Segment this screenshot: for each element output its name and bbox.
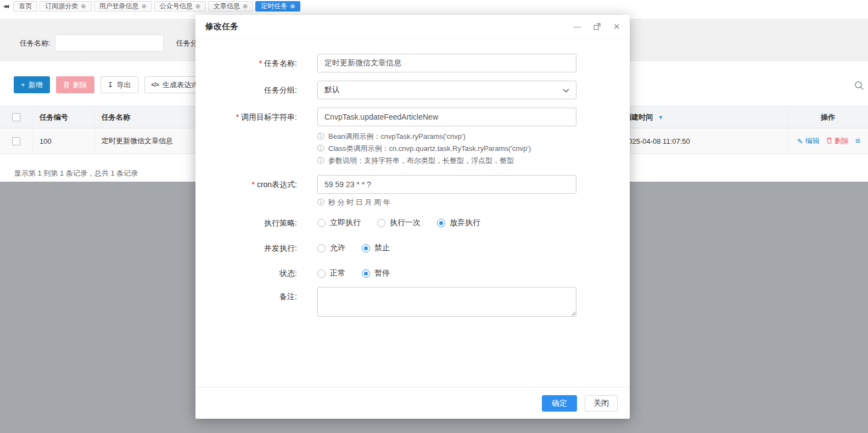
tab-bar: ◀◀ 首页 订阅源分类 ⊗ 用户登录信息 ⊗ 公众号信息 ⊗ 文章信息 ⊗ 定时… <box>0 0 868 12</box>
task-name-input[interactable] <box>55 35 164 52</box>
task-name-field-label: *任务名称: <box>195 54 317 72</box>
tab-label: 用户登录信息 <box>99 2 139 11</box>
dialog-body: *任务名称: 任务分组: 默认 *调用目标字符串: <box>195 38 630 387</box>
hint-param-description: ⓘ 参数说明：支持字符串，布尔类型，长整型，浮点型，整型 <box>317 155 576 167</box>
tab-close-icon[interactable]: ⊗ <box>142 3 147 9</box>
col-create-time[interactable]: 创建时间 ▼ <box>618 106 788 128</box>
tab-feed-category[interactable]: 订阅源分类 ⊗ <box>40 1 91 12</box>
code-icon: </> <box>152 82 159 88</box>
remark-textarea[interactable] <box>317 287 576 317</box>
task-group-field-label: 任务分组: <box>195 81 317 99</box>
row-checkbox[interactable] <box>12 137 20 145</box>
tab-close-icon[interactable]: ⊗ <box>290 3 295 9</box>
radio-normal[interactable]: 正常 <box>317 268 345 278</box>
tab-close-icon[interactable]: ⊗ <box>195 3 200 9</box>
download-icon: ↧ <box>108 81 114 88</box>
cron-hint: ⓘ 秒 分 时 日 月 周 年 <box>317 197 576 208</box>
dialog-footer: 确定 关闭 <box>195 387 630 419</box>
tab-official-account-info[interactable]: 公众号信息 ⊗ <box>154 1 206 12</box>
task-name-label: 任务名称: <box>20 38 51 48</box>
col-task-id: 任务编号 <box>33 106 95 128</box>
concurrent-group: 允许 禁止 <box>317 241 576 255</box>
radio-circle-icon <box>317 269 326 278</box>
confirm-button[interactable]: 确定 <box>542 395 577 412</box>
tab-scheduled-tasks[interactable]: 定时任务 ⊗ <box>255 1 300 12</box>
status-group: 正常 暂停 <box>317 267 576 280</box>
dialog-title: 修改任务 <box>205 21 238 32</box>
tab-label: 首页 <box>19 2 32 11</box>
trash-icon <box>826 137 832 145</box>
export-button[interactable]: ↧ 导出 <box>100 76 138 93</box>
cron-field-label: *cron表达式: <box>195 175 317 208</box>
info-icon: ⓘ <box>317 197 324 208</box>
search-icon <box>854 81 864 91</box>
tabs-scroll-left-icon[interactable]: ◀◀ <box>3 4 8 9</box>
task-name-field[interactable] <box>317 54 576 72</box>
invoke-target-field-label: *调用目标字符串: <box>195 108 317 167</box>
radio-execute-immediately[interactable]: 立即执行 <box>317 218 361 228</box>
cell-create-time: 2025-04-08 11:07:50 <box>618 128 788 154</box>
tab-list: 首页 订阅源分类 ⊗ 用户登录信息 ⊗ 公众号信息 ⊗ 文章信息 ⊗ 定时任务 … <box>13 1 300 12</box>
add-button[interactable]: + 新增 <box>14 76 50 93</box>
radio-circle-icon <box>377 219 385 227</box>
tab-label: 公众号信息 <box>160 2 193 11</box>
hint-class-example: ⓘ Class类调用示例：cn.cnvp.quartz.task.RyTask.… <box>317 143 576 155</box>
cell-task-id: 100 <box>33 128 95 154</box>
misfire-policy-group: 立即执行 执行一次 放弃执行 <box>317 216 576 229</box>
tab-label: 文章信息 <box>214 2 240 11</box>
table-summary: 显示第 1 到第 1 条记录，总共 1 条记录 <box>14 168 138 178</box>
tab-article-info[interactable]: 文章信息 ⊗ <box>208 1 253 12</box>
more-actions-icon[interactable]: ≡ <box>855 137 860 145</box>
status-label: 状态: <box>195 267 317 280</box>
required-asterisk: * <box>251 180 254 189</box>
cell-actions: ✎ 编辑 删除 ≡ <box>788 128 868 154</box>
radio-forbid[interactable]: 禁止 <box>362 243 390 253</box>
delete-link[interactable]: 删除 <box>826 136 849 146</box>
task-group-select[interactable]: 默认 <box>317 81 576 99</box>
table-toolbar: + 新增 删除 ↧ 导出 </> 生成表达式 <box>14 76 205 93</box>
delete-button[interactable]: 删除 <box>56 76 94 93</box>
info-icon: ⓘ <box>317 143 324 155</box>
radio-circle-icon <box>437 219 445 227</box>
task-group-selected-value: 默认 <box>324 85 340 95</box>
minimize-icon[interactable]: — <box>573 23 581 30</box>
sort-desc-icon[interactable]: ▼ <box>658 115 663 120</box>
radio-abandon-execution[interactable]: 放弃执行 <box>437 218 480 228</box>
radio-circle-icon <box>362 244 370 252</box>
dialog-header: 修改任务 — × <box>195 15 630 38</box>
close-button[interactable]: 关闭 <box>585 395 618 412</box>
search-button[interactable] <box>854 81 864 91</box>
radio-allow[interactable]: 允许 <box>317 243 345 253</box>
radio-paused[interactable]: 暂停 <box>362 268 390 278</box>
close-icon[interactable]: × <box>613 21 620 32</box>
select-all-checkbox[interactable] <box>12 113 20 121</box>
tab-close-icon[interactable]: ⊗ <box>243 3 248 9</box>
edit-task-dialog: 修改任务 — × *任务名称: 任务分组: <box>195 15 630 419</box>
tab-label: 定时任务 <box>261 2 287 11</box>
tab-label: 订阅源分类 <box>45 2 78 11</box>
col-actions: 操作 <box>788 106 868 128</box>
radio-circle-icon <box>317 244 326 252</box>
info-icon: ⓘ <box>317 131 324 143</box>
maximize-icon[interactable] <box>593 23 601 30</box>
radio-execute-once[interactable]: 执行一次 <box>377 218 421 228</box>
tab-home[interactable]: 首页 <box>13 1 37 12</box>
cron-expression-field[interactable] <box>317 175 576 194</box>
radio-circle-icon <box>362 269 370 278</box>
invoke-target-hints: ⓘ Bean调用示例：cnvpTask.ryParams('cnvp') ⓘ C… <box>317 131 576 167</box>
chevron-down-icon <box>563 86 569 94</box>
edit-link[interactable]: ✎ 编辑 <box>797 136 820 146</box>
plus-icon: + <box>21 81 25 88</box>
hint-bean-example: ⓘ Bean调用示例：cnvpTask.ryParams('cnvp') <box>317 131 576 143</box>
radio-circle-icon <box>317 219 326 227</box>
invoke-target-field[interactable] <box>317 108 576 126</box>
edit-icon: ✎ <box>797 137 803 145</box>
trash-icon <box>63 81 70 88</box>
required-asterisk: * <box>259 59 262 68</box>
required-asterisk: * <box>236 113 239 121</box>
info-icon: ⓘ <box>317 155 324 167</box>
misfire-policy-label: 执行策略: <box>195 216 317 229</box>
concurrent-label: 并发执行: <box>195 241 317 255</box>
tab-user-login-info[interactable]: 用户登录信息 ⊗ <box>94 1 152 12</box>
tab-close-icon[interactable]: ⊗ <box>81 3 86 9</box>
